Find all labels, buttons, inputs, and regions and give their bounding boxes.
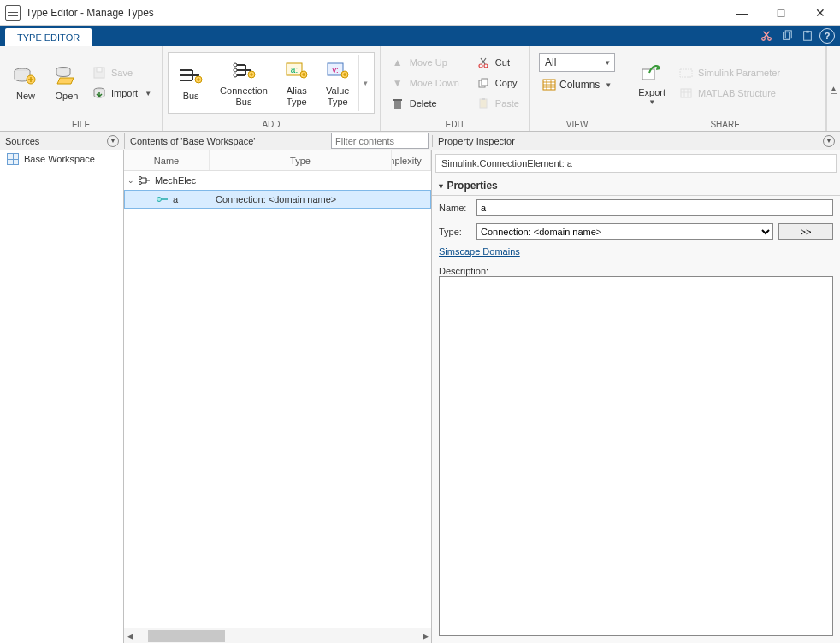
open-icon <box>55 63 79 87</box>
caret-expanded-icon[interactable]: ⌄ <box>127 176 138 185</box>
move-down-icon: ▼ <box>391 76 405 90</box>
tree-row-mechelec[interactable]: ⌄ MechElec <box>124 171 431 190</box>
svg-point-37 <box>157 198 162 202</box>
workspace-icon <box>7 153 19 165</box>
contents-h-scrollbar[interactable]: ◀▶ <box>124 628 431 643</box>
new-button[interactable]: New <box>5 52 46 114</box>
new-icon <box>14 63 38 87</box>
name-field[interactable] <box>476 199 833 216</box>
add-alias-type-button[interactable]: a: Alias Type <box>276 52 317 114</box>
properties-section-header[interactable]: Properties <box>432 176 840 196</box>
cut-button[interactable]: Cut <box>471 53 524 72</box>
ribbon-group-edit: ▲Move Up ▼Move Down Delete Cut Copy Past… <box>381 46 530 131</box>
svg-rect-32 <box>642 69 654 80</box>
move-up-icon: ▲ <box>391 56 405 69</box>
contents-table-header: Name Type Complexity <box>124 150 431 171</box>
svg-rect-10 <box>97 68 102 72</box>
paste-icon <box>476 97 490 110</box>
minimize-button[interactable]: — <box>722 0 761 26</box>
import-button[interactable]: Import ▼ <box>87 84 157 103</box>
export-icon <box>640 60 664 84</box>
chevron-down-icon: ▼ <box>605 81 612 89</box>
svg-rect-30 <box>482 98 485 100</box>
import-icon <box>92 86 106 100</box>
chevron-down-icon: ▼ <box>648 98 655 106</box>
columns-button[interactable]: Columns ▼ <box>539 75 615 94</box>
svg-rect-33 <box>680 69 692 77</box>
svg-point-36 <box>139 182 142 185</box>
delete-icon <box>391 97 405 110</box>
svg-text:v:: v: <box>332 66 338 74</box>
ribbon-group-add: Bus Connection Bus a: Alias Type v: Valu… <box>163 46 381 131</box>
matlab-structure-button[interactable]: MATLAB Structure <box>674 84 785 103</box>
maximize-button[interactable]: □ <box>761 0 801 26</box>
move-down-button[interactable]: ▼Move Down <box>386 74 464 92</box>
connection-bus-node-icon <box>138 175 151 186</box>
columns-icon <box>542 79 556 91</box>
help-button[interactable]: ? <box>819 28 835 44</box>
svg-point-0 <box>762 38 766 41</box>
close-button[interactable]: ✕ <box>801 0 840 26</box>
sources-panel: Base Workspace <box>0 150 124 643</box>
contents-panel: Name Type Complexity ⌄ MechElec a Connec… <box>124 150 432 643</box>
svg-point-15 <box>234 74 237 77</box>
inspector-object-label: Simulink.ConnectionElement: a <box>435 154 837 173</box>
ribbon-collapse-button[interactable]: ▲ <box>826 46 840 131</box>
type-go-button[interactable]: >> <box>778 223 833 240</box>
chevron-down-icon: ▼ <box>604 59 611 67</box>
paste-button[interactable]: Paste <box>471 94 524 113</box>
svg-point-14 <box>234 68 237 72</box>
copy-icon <box>476 76 490 90</box>
sources-item-base-workspace[interactable]: Base Workspace <box>0 150 123 168</box>
qa-paste-button[interactable] <box>797 26 818 46</box>
svg-point-1 <box>768 38 772 41</box>
ribbon-group-file: New Open Save Import ▼ FILE <box>0 46 163 131</box>
qa-copy-button[interactable] <box>777 26 797 46</box>
app-icon <box>5 5 21 21</box>
qa-cut-button[interactable] <box>756 26 777 46</box>
svg-rect-24 <box>393 99 402 101</box>
save-button[interactable]: Save <box>87 63 157 82</box>
window-title: Type Editor - Manage Types <box>26 7 722 19</box>
add-connection-bus-button[interactable]: Connection Bus <box>211 52 276 114</box>
simscape-domains-link[interactable]: Simscape Domains <box>439 246 520 257</box>
type-dropdown[interactable]: Connection: <domain name> <box>476 223 773 240</box>
connection-bus-icon <box>232 58 256 82</box>
col-type[interactable]: Type <box>210 150 392 170</box>
cut-icon <box>476 56 490 69</box>
ribbon-group-share: Export ▼ Simulink Parameter MATLAB Struc… <box>624 46 826 131</box>
delete-button[interactable]: Delete <box>386 94 464 113</box>
svg-point-25 <box>479 64 482 68</box>
col-complexity[interactable]: Complexity <box>392 150 431 170</box>
add-bus-button[interactable]: Bus <box>170 52 211 114</box>
col-name[interactable]: Name <box>124 150 210 170</box>
tree-row-a[interactable]: a Connection: <domain name> <box>124 190 431 209</box>
svg-point-26 <box>484 64 488 68</box>
sources-collapse-button[interactable]: ▼ <box>107 135 119 147</box>
ribbon-group-view: All▼ Columns ▼ VIEW <box>530 46 624 131</box>
move-up-button[interactable]: ▲Move Up <box>386 53 464 72</box>
simulink-parameter-button[interactable]: Simulink Parameter <box>674 63 785 82</box>
inspector-title: Property Inspector <box>433 136 520 146</box>
view-filter-dropdown[interactable]: All▼ <box>539 53 615 72</box>
svg-point-13 <box>234 63 237 67</box>
description-textarea[interactable] <box>439 276 833 636</box>
inspector-panel: Simulink.ConnectionElement: a Properties… <box>432 150 840 643</box>
inspector-collapse-button[interactable]: ▼ <box>823 135 835 147</box>
export-button[interactable]: Export ▼ <box>630 52 674 114</box>
matlab-structure-icon <box>679 86 693 100</box>
bus-icon <box>179 63 203 87</box>
open-button[interactable]: Open <box>46 52 87 114</box>
tab-type-editor[interactable]: TYPE EDITOR <box>5 28 92 46</box>
alias-type-icon: a: <box>285 58 309 82</box>
filter-contents-input[interactable] <box>331 133 429 149</box>
add-gallery-expand[interactable]: ▼ <box>358 55 372 111</box>
contents-title: Contents of 'Base Workspace' <box>125 136 260 146</box>
copy-button[interactable]: Copy <box>471 74 524 92</box>
svg-rect-29 <box>480 99 487 108</box>
connection-element-icon <box>156 194 169 204</box>
add-value-type-button[interactable]: v: Value Type <box>317 52 358 114</box>
svg-rect-5 <box>806 31 809 33</box>
value-type-icon: v: <box>326 58 350 82</box>
title-bar: Type Editor - Manage Types — □ ✕ <box>0 0 840 26</box>
